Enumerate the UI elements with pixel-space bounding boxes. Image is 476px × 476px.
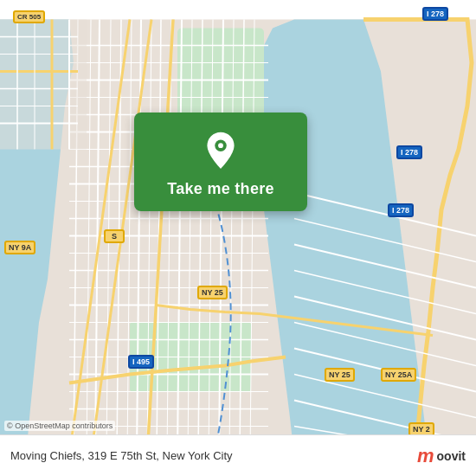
svg-point-70 — [218, 143, 223, 148]
bottom-bar: Moving Chiefs, 319 E 75th St, New York C… — [0, 434, 476, 476]
moovit-logo: m oovit — [417, 445, 466, 467]
map-background — [0, 0, 476, 476]
shield-cr505: CR 505 — [13, 10, 45, 23]
location-pin-icon — [203, 130, 238, 171]
shield-ny25-mid: NY 25 — [197, 286, 228, 299]
svg-rect-58 — [0, 20, 87, 150]
moovit-m-icon: m — [417, 445, 434, 467]
shield-ny25a: NY 25A — [381, 368, 416, 382]
shield-i278-top: I 278 — [422, 7, 448, 21]
shield-s: S — [104, 229, 125, 243]
shield-ny9a: NY 9A — [4, 241, 35, 254]
shield-i495: I 495 — [128, 355, 154, 369]
take-me-there-label: Take me there — [167, 180, 274, 198]
map-attribution: © OpenStreetMap contributors — [4, 421, 115, 431]
address-text: Moving Chiefs, 319 E 75th St, New York C… — [10, 449, 233, 462]
moovit-text: oovit — [437, 449, 466, 463]
shield-i278-mid: I 278 — [396, 145, 422, 159]
take-me-there-button[interactable]: Take me there — [134, 113, 307, 211]
map-container: CR 505 I 278 I 278 I 278 NY 9A S NY 25 I… — [0, 0, 476, 476]
shield-i278-lower: I 278 — [388, 203, 414, 217]
shield-ny25-right: NY 25 — [325, 368, 355, 382]
